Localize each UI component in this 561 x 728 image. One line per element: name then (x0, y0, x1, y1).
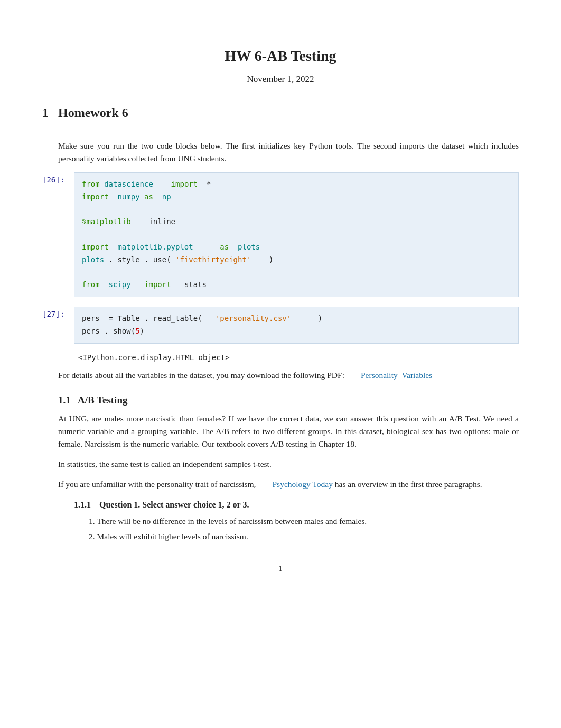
ab-para3: If you are unfamiliar with the personali… (58, 478, 519, 491)
code-label-26: [26]: (42, 172, 74, 184)
code-cell-27[interactable]: pers = Table . read_table( 'personality.… (74, 307, 519, 344)
code-line-27-2: pers . show(5) (82, 325, 511, 338)
code-line-blank2 (82, 228, 511, 241)
code-line-3: %matplotlib inline (82, 216, 511, 228)
subsubsection111-heading: 1.1.1 Question 1. Select answer choice 1… (74, 500, 519, 510)
code-line-6: from scipy import stats (82, 279, 511, 291)
code-line-blank3 (82, 266, 511, 279)
section1-intro: Make sure you run the two code blocks be… (58, 140, 519, 165)
code-label-27: [27]: (42, 307, 74, 318)
list-item-2: 2. Males will exhibit higher levels of n… (89, 530, 519, 543)
code-line-1: from datascience import * (82, 178, 511, 191)
code-line-5: plots . style . use( 'fivethirtyeight' ) (82, 254, 511, 266)
details-para: For details about all the variables in t… (58, 369, 519, 382)
page-title: HW 6-AB Testing (42, 48, 519, 64)
psychology-today-link[interactable]: Psychology Today (272, 480, 332, 489)
subsection11-heading: 1.1 A/B Testing (58, 394, 519, 406)
details-text: For details about all the variables in t… (58, 371, 344, 380)
code-cell-26[interactable]: from datascience import * import numpy a… (74, 172, 519, 297)
section1-heading: 1 Homework 6 (42, 106, 519, 120)
ab-para3-after: has an overview in the first three parag… (335, 480, 482, 489)
details-link[interactable]: Personality_Variables (361, 371, 432, 380)
page-number: 1 (42, 564, 519, 573)
code-line-27-1: pers = Table . read_table( 'personality.… (82, 312, 511, 325)
codeblock-27: [27]: pers = Table . read_table( 'person… (42, 307, 519, 344)
code-line-4: import matplotlib.pyplot as plots (82, 241, 511, 254)
output-27: <IPython.core.display.HTML object> (78, 353, 519, 362)
codeblock-26: [26]: from datascience import * import n… (42, 172, 519, 297)
ab-para3-before: If you are unfamiliar with the personali… (58, 480, 256, 489)
ab-para2: In statistics, the same test is called a… (58, 458, 519, 471)
list-item-1: 1. There will be no difference in the le… (89, 515, 519, 528)
page-date: November 1, 2022 (42, 74, 519, 85)
ab-para1: At UNG, are males more narcisstic than f… (58, 412, 519, 450)
code-line-blank1 (82, 204, 511, 216)
code-line-2: import numpy as np (82, 191, 511, 204)
